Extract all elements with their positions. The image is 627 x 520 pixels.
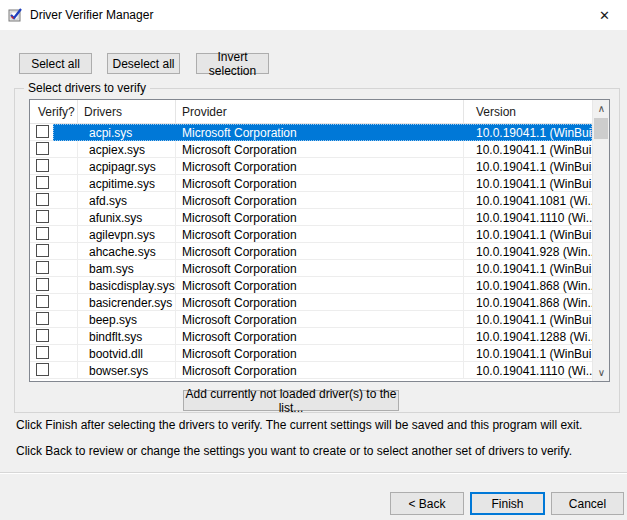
table-row[interactable]: basicdisplay.sys Microsoft Corporation 1… bbox=[30, 277, 592, 294]
version-cell: 10.0.19041.1 (WinBui... bbox=[464, 160, 592, 174]
provider-cell: Microsoft Corporation bbox=[176, 296, 464, 310]
column-header-version[interactable]: Version bbox=[464, 100, 592, 123]
add-not-loaded-drivers-button[interactable]: Add currently not loaded driver(s) to th… bbox=[183, 390, 399, 411]
version-cell: 10.0.19041.1 (WinBui... bbox=[464, 143, 592, 157]
select-drivers-groupbox: Select drivers to verify Verify? Drivers… bbox=[14, 88, 620, 413]
version-cell: 10.0.19041.1110 (Wi... bbox=[464, 211, 592, 225]
scrollbar-thumb[interactable] bbox=[594, 118, 608, 139]
table-row[interactable]: acpiex.sys Microsoft Corporation 10.0.19… bbox=[30, 141, 592, 158]
list-header: Verify? Drivers Provider Version bbox=[30, 100, 592, 124]
groupbox-label: Select drivers to verify bbox=[24, 81, 150, 95]
column-header-drivers[interactable]: Drivers bbox=[78, 100, 176, 123]
table-row[interactable]: acpi.sys Microsoft Corporation 10.0.1904… bbox=[30, 124, 592, 141]
column-header-provider[interactable]: Provider bbox=[176, 100, 464, 123]
verify-checkbox[interactable] bbox=[36, 329, 49, 342]
provider-cell: Microsoft Corporation bbox=[176, 313, 464, 327]
version-cell: 10.0.19041.1081 (Wi... bbox=[464, 194, 592, 208]
drivers-list: Verify? Drivers Provider Version acpi.sy… bbox=[29, 99, 610, 382]
select-all-button[interactable]: Select all bbox=[19, 53, 92, 74]
scroll-up-icon[interactable]: ∧ bbox=[593, 100, 610, 117]
driver-name-cell: acpi.sys bbox=[53, 126, 176, 140]
driver-name-cell: agilevpn.sys bbox=[53, 228, 176, 242]
vertical-scrollbar[interactable]: ∧ ∨ bbox=[592, 100, 609, 381]
driver-name-cell: afunix.sys bbox=[53, 211, 176, 225]
verify-checkbox[interactable] bbox=[36, 244, 49, 257]
driver-name-cell: beep.sys bbox=[53, 313, 176, 327]
version-cell: 10.0.19041.1 (WinBui... bbox=[464, 228, 592, 242]
provider-cell: Microsoft Corporation bbox=[176, 330, 464, 344]
provider-cell: Microsoft Corporation bbox=[176, 279, 464, 293]
provider-cell: Microsoft Corporation bbox=[176, 126, 464, 140]
footer-divider bbox=[0, 472, 627, 474]
table-row[interactable]: bootvid.dll Microsoft Corporation 10.0.1… bbox=[30, 345, 592, 362]
version-cell: 10.0.19041.1 (WinBui... bbox=[464, 177, 592, 191]
driver-verifier-manager-dialog: Driver Verifier Manager ✕ Select all Des… bbox=[0, 0, 627, 520]
table-row[interactable]: ahcache.sys Microsoft Corporation 10.0.1… bbox=[30, 243, 592, 260]
driver-name-cell: bam.sys bbox=[53, 262, 176, 276]
table-row[interactable]: bowser.sys Microsoft Corporation 10.0.19… bbox=[30, 362, 592, 379]
verify-checkbox[interactable] bbox=[36, 312, 49, 325]
version-cell: 10.0.19041.868 (Win... bbox=[464, 296, 592, 310]
version-cell: 10.0.19041.1288 (Wi... bbox=[464, 330, 592, 344]
title-bar: Driver Verifier Manager ✕ bbox=[0, 0, 627, 30]
back-instruction-text: Click Back to review or change the setti… bbox=[16, 444, 572, 458]
version-cell: 10.0.19041.1 (WinBui... bbox=[464, 126, 592, 140]
driver-name-cell: acpipagr.sys bbox=[53, 160, 176, 174]
table-row[interactable]: basicrender.sys Microsoft Corporation 10… bbox=[30, 294, 592, 311]
driver-name-cell: basicdisplay.sys bbox=[53, 279, 176, 293]
driver-verifier-icon bbox=[8, 7, 24, 23]
deselect-all-button[interactable]: Deselect all bbox=[107, 53, 180, 74]
table-row[interactable]: agilevpn.sys Microsoft Corporation 10.0.… bbox=[30, 226, 592, 243]
finish-instruction-text: Click Finish after selecting the drivers… bbox=[16, 418, 582, 432]
version-cell: 10.0.19041.1 (WinBui... bbox=[464, 313, 592, 327]
driver-name-cell: afd.sys bbox=[53, 194, 176, 208]
provider-cell: Microsoft Corporation bbox=[176, 177, 464, 191]
verify-checkbox[interactable] bbox=[36, 295, 49, 308]
column-header-verify[interactable]: Verify? bbox=[30, 100, 78, 123]
invert-selection-button[interactable]: Invert selection bbox=[196, 53, 269, 74]
driver-name-cell: acpitime.sys bbox=[53, 177, 176, 191]
version-cell: 10.0.19041.928 (Win... bbox=[464, 245, 592, 259]
scroll-down-icon[interactable]: ∨ bbox=[593, 364, 610, 381]
driver-name-cell: bindflt.sys bbox=[53, 330, 176, 344]
table-row[interactable]: afunix.sys Microsoft Corporation 10.0.19… bbox=[30, 209, 592, 226]
provider-cell: Microsoft Corporation bbox=[176, 143, 464, 157]
table-row[interactable]: afd.sys Microsoft Corporation 10.0.19041… bbox=[30, 192, 592, 209]
driver-name-cell: ahcache.sys bbox=[53, 245, 176, 259]
cancel-button[interactable]: Cancel bbox=[551, 492, 624, 515]
verify-checkbox[interactable] bbox=[36, 261, 49, 274]
verify-checkbox[interactable] bbox=[36, 193, 49, 206]
table-row[interactable]: acpitime.sys Microsoft Corporation 10.0.… bbox=[30, 175, 592, 192]
driver-name-cell: acpiex.sys bbox=[53, 143, 176, 157]
verify-checkbox[interactable] bbox=[36, 210, 49, 223]
verify-checkbox[interactable] bbox=[36, 142, 49, 155]
verify-checkbox[interactable] bbox=[36, 159, 49, 172]
verify-checkbox[interactable] bbox=[36, 125, 49, 138]
close-button[interactable]: ✕ bbox=[582, 0, 627, 30]
verify-checkbox[interactable] bbox=[36, 227, 49, 240]
version-cell: 10.0.19041.1110 (Wi... bbox=[464, 364, 592, 378]
window-title: Driver Verifier Manager bbox=[30, 8, 153, 22]
finish-button[interactable]: Finish bbox=[470, 492, 545, 515]
version-cell: 10.0.19041.1 (WinBui... bbox=[464, 262, 592, 276]
verify-checkbox[interactable] bbox=[36, 278, 49, 291]
provider-cell: Microsoft Corporation bbox=[176, 262, 464, 276]
driver-name-cell: bowser.sys bbox=[53, 364, 176, 378]
verify-checkbox[interactable] bbox=[36, 346, 49, 359]
table-row[interactable]: bam.sys Microsoft Corporation 10.0.19041… bbox=[30, 260, 592, 277]
provider-cell: Microsoft Corporation bbox=[176, 228, 464, 242]
provider-cell: Microsoft Corporation bbox=[176, 160, 464, 174]
driver-name-cell: basicrender.sys bbox=[53, 296, 176, 310]
back-button[interactable]: < Back bbox=[390, 492, 464, 515]
provider-cell: Microsoft Corporation bbox=[176, 347, 464, 361]
provider-cell: Microsoft Corporation bbox=[176, 364, 464, 378]
provider-cell: Microsoft Corporation bbox=[176, 194, 464, 208]
table-row[interactable]: acpipagr.sys Microsoft Corporation 10.0.… bbox=[30, 158, 592, 175]
verify-checkbox[interactable] bbox=[36, 363, 49, 376]
table-row[interactable]: beep.sys Microsoft Corporation 10.0.1904… bbox=[30, 311, 592, 328]
driver-name-cell: bootvid.dll bbox=[53, 347, 176, 361]
table-row[interactable]: bindflt.sys Microsoft Corporation 10.0.1… bbox=[30, 328, 592, 345]
verify-checkbox[interactable] bbox=[36, 176, 49, 189]
list-rows: acpi.sys Microsoft Corporation 10.0.1904… bbox=[30, 124, 592, 381]
version-cell: 10.0.19041.868 (Win... bbox=[464, 279, 592, 293]
